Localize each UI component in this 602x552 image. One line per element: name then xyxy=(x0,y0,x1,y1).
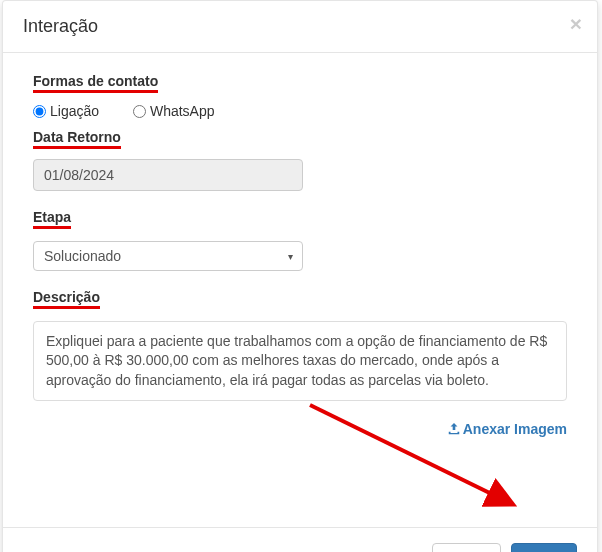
modal-footer: Fechar Salvar xyxy=(3,527,597,552)
radio-ligacao-label: Ligação xyxy=(50,103,99,119)
radio-whatsapp-label: WhatsApp xyxy=(150,103,215,119)
close-icon[interactable]: × xyxy=(570,13,582,34)
data-retorno-input[interactable] xyxy=(33,159,303,191)
descricao-section: Descrição Expliquei para a paciente que … xyxy=(33,289,567,402)
modal-header: Interação × xyxy=(3,1,597,53)
anexar-imagem-link[interactable]: Anexar Imagem xyxy=(33,421,567,437)
descricao-textarea[interactable]: Expliquei para a paciente que trabalhamo… xyxy=(33,321,567,402)
etapa-label: Etapa xyxy=(33,209,71,229)
radio-ligacao[interactable]: Ligação xyxy=(33,103,99,119)
anexar-imagem-label: Anexar Imagem xyxy=(463,421,567,437)
descricao-label: Descrição xyxy=(33,289,100,309)
formas-contato-section: Formas de contato Ligação WhatsApp xyxy=(33,73,567,121)
upload-icon xyxy=(447,422,461,436)
data-retorno-section: Data Retorno xyxy=(33,129,567,191)
salvar-button[interactable]: Salvar xyxy=(511,543,577,552)
radio-whatsapp-input[interactable] xyxy=(133,105,146,118)
formas-contato-label: Formas de contato xyxy=(33,73,158,93)
etapa-select[interactable]: Solucionado xyxy=(33,241,303,271)
fechar-button[interactable]: Fechar xyxy=(432,543,502,552)
interaction-modal: Interação × Formas de contato Ligação Wh… xyxy=(2,0,598,552)
radio-ligacao-input[interactable] xyxy=(33,105,46,118)
data-retorno-label: Data Retorno xyxy=(33,129,121,149)
modal-title: Interação xyxy=(23,16,98,36)
etapa-section: Etapa Solucionado ▾ xyxy=(33,209,567,271)
radio-whatsapp[interactable]: WhatsApp xyxy=(133,103,215,119)
modal-body: Formas de contato Ligação WhatsApp Data … xyxy=(3,53,597,457)
contato-radio-group: Ligação WhatsApp xyxy=(33,103,567,121)
